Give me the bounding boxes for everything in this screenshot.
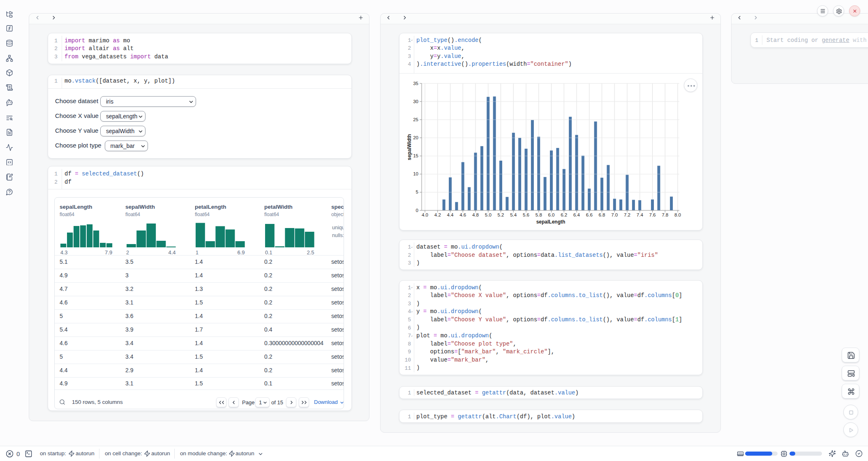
svg-text:4.4: 4.4	[447, 212, 454, 217]
svg-text:5.2: 5.2	[498, 212, 504, 217]
svg-text:7.6: 7.6	[649, 212, 656, 217]
svg-text:6.4: 6.4	[573, 212, 580, 217]
svg-text:5: 5	[416, 189, 418, 194]
svg-text:35: 35	[413, 81, 418, 86]
svg-text:6.2: 6.2	[561, 212, 567, 217]
svg-text:4.8: 4.8	[472, 212, 479, 217]
svg-text:30: 30	[413, 99, 418, 104]
svg-text:6.0: 6.0	[548, 212, 555, 217]
svg-text:6.8: 6.8	[599, 212, 605, 217]
svg-text:4.2: 4.2	[434, 212, 441, 217]
svg-text:0: 0	[416, 208, 418, 213]
svg-text:7.2: 7.2	[624, 212, 630, 217]
svg-text:6.6: 6.6	[586, 212, 593, 217]
svg-text:sepalLength: sepalLength	[536, 219, 566, 225]
svg-text:7.4: 7.4	[637, 212, 644, 217]
svg-text:5.8: 5.8	[536, 212, 542, 217]
svg-text:4.6: 4.6	[459, 212, 466, 217]
svg-text:10: 10	[413, 171, 418, 176]
svg-text:4.0: 4.0	[422, 212, 428, 217]
svg-text:25: 25	[413, 117, 418, 122]
svg-text:15: 15	[413, 153, 418, 158]
svg-text:5.0: 5.0	[485, 212, 492, 217]
svg-text:7.0: 7.0	[611, 212, 618, 217]
svg-text:7.8: 7.8	[662, 212, 668, 217]
svg-text:20: 20	[413, 135, 418, 140]
svg-text:5.6: 5.6	[523, 212, 529, 217]
svg-text:5.4: 5.4	[510, 212, 517, 217]
svg-text:8.0: 8.0	[674, 212, 681, 217]
svg-text:sepalWidth: sepalWidth	[406, 134, 412, 160]
